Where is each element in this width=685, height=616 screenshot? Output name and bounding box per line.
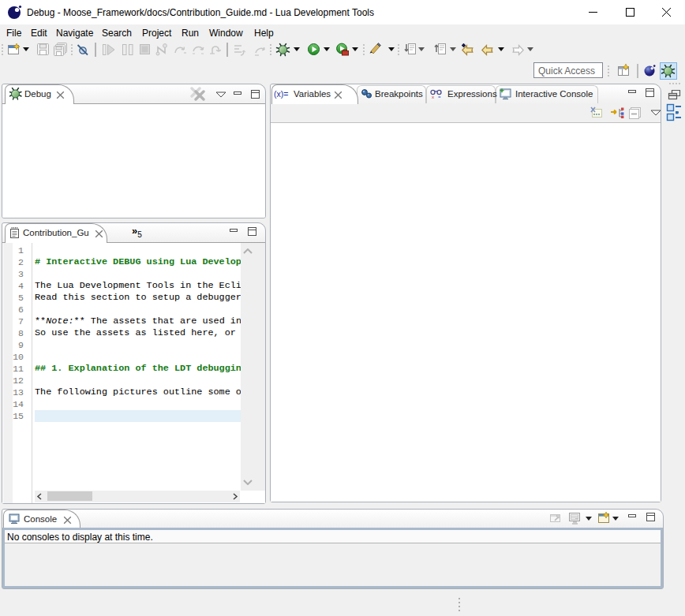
svg-text:x: x bbox=[432, 95, 434, 99]
svg-text:=: = bbox=[438, 95, 441, 99]
